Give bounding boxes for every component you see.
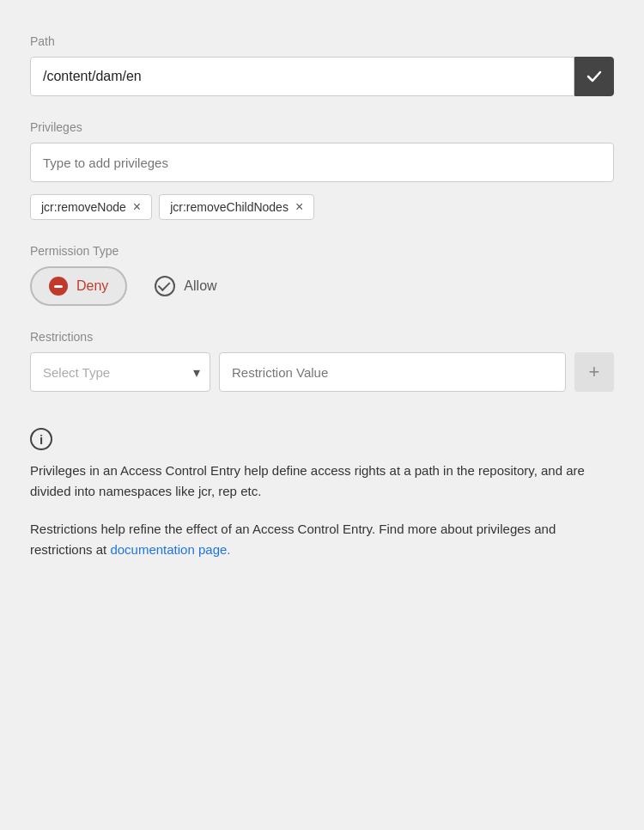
path-confirm-button[interactable] — [574, 57, 614, 96]
deny-icon — [49, 277, 68, 296]
restriction-value-input[interactable] — [219, 352, 566, 392]
privileges-field: Privileges jcr:removeNode × jcr:removeCh… — [30, 120, 614, 220]
path-label: Path — [30, 34, 614, 48]
tag-remove-1[interactable]: × — [133, 200, 141, 214]
allow-checkmark-icon — [158, 278, 171, 291]
info-paragraph-2-text: Restrictions help refine the effect of a… — [30, 522, 556, 557]
allow-button[interactable]: Allow — [141, 267, 230, 305]
add-restriction-button[interactable]: + — [574, 352, 614, 392]
plus-icon: + — [589, 363, 600, 381]
path-row — [30, 57, 614, 96]
allow-icon — [155, 276, 175, 296]
privileges-input[interactable] — [30, 143, 614, 182]
documentation-link[interactable]: documentation page. — [110, 542, 230, 557]
deny-button[interactable]: Deny — [30, 266, 127, 306]
deny-label: Deny — [76, 278, 108, 294]
info-paragraph-2: Restrictions help refine the effect of a… — [30, 519, 614, 560]
path-field: Path — [30, 34, 614, 96]
tag-remove-2[interactable]: × — [295, 200, 303, 214]
restrictions-field: Restrictions Select Type ▾ + — [30, 330, 614, 392]
tag-label: jcr:removeChildNodes — [170, 200, 289, 214]
permission-type-label: Permission Type — [30, 244, 614, 258]
info-icon: i — [30, 428, 52, 450]
privilege-tags: jcr:removeNode × jcr:removeChildNodes × — [30, 194, 614, 220]
select-type-dropdown[interactable]: Select Type — [30, 352, 210, 392]
info-paragraph-1: Privileges in an Access Control Entry he… — [30, 461, 614, 502]
tag-label: jcr:removeNode — [41, 200, 126, 214]
path-input[interactable] — [30, 57, 574, 96]
select-type-wrapper: Select Type ▾ — [30, 352, 210, 392]
checkmark-icon — [586, 68, 603, 85]
permission-type-row: Deny Allow — [30, 266, 614, 306]
restrictions-label: Restrictions — [30, 330, 614, 344]
restrictions-row: Select Type ▾ + — [30, 352, 614, 392]
info-section: i Privileges in an Access Control Entry … — [30, 419, 614, 560]
privilege-tag-2: jcr:removeChildNodes × — [159, 194, 314, 220]
privilege-tag-1: jcr:removeNode × — [30, 194, 152, 220]
privileges-label: Privileges — [30, 120, 614, 134]
allow-label: Allow — [184, 278, 216, 294]
permission-type-field: Permission Type Deny Allow — [30, 244, 614, 306]
